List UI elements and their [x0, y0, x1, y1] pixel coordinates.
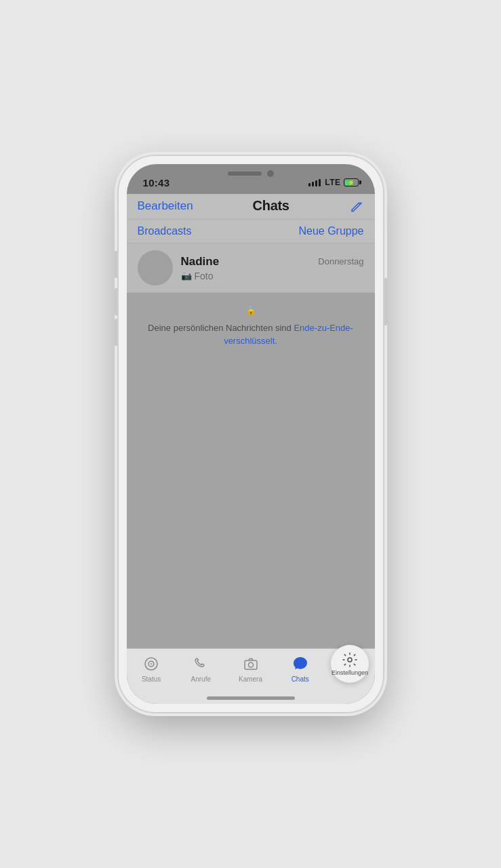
encryption-text: Deine persönlichen Nachrichten sind Ende…	[147, 321, 355, 348]
chat-name: Nadine	[181, 255, 220, 269]
tab-status[interactable]: Status	[127, 654, 176, 683]
tab-chats-label: Chats	[292, 675, 309, 683]
tab-anrufe-label: Anrufe	[191, 675, 211, 683]
speaker	[228, 172, 262, 176]
svg-point-2	[151, 663, 152, 665]
svg-rect-3	[245, 660, 257, 669]
compose-button[interactable]	[349, 199, 364, 214]
chat-item-nadine[interactable]: Nadine Donnerstag 📷 Foto	[127, 243, 375, 293]
lte-label: LTE	[325, 178, 340, 187]
tab-kamera-label: Kamera	[239, 675, 262, 683]
camera-icon: 📷	[181, 271, 192, 281]
chat-preview-text: Foto	[195, 271, 214, 281]
settings-circle[interactable]: Einstellungen	[331, 645, 369, 683]
tab-einstellungen[interactable]: Einstellungen	[325, 654, 374, 692]
nav-bar: Bearbeiten Chats	[127, 194, 375, 220]
camera-tab-icon	[241, 654, 260, 673]
signal-icon	[308, 179, 321, 186]
camera	[267, 170, 274, 177]
phone-screen: 10:43 LTE ⚡ Bearbeiten Chats	[127, 164, 375, 704]
chat-info: Nadine Donnerstag 📷 Foto	[181, 255, 364, 281]
tab-einstellungen-label: Einstellungen	[332, 669, 368, 676]
notch	[200, 164, 302, 183]
phone-icon	[191, 654, 210, 673]
chat-time: Donnerstag	[318, 256, 363, 267]
neue-gruppe-button[interactable]: Neue Gruppe	[298, 225, 363, 237]
status-icon	[142, 654, 161, 673]
page-title: Chats	[253, 198, 289, 214]
encryption-notice: 🔒 Deine persönlichen Nachrichten sind En…	[127, 293, 375, 359]
broadcasts-bar: Broadcasts Neue Gruppe	[127, 220, 375, 243]
avatar	[138, 250, 173, 285]
tab-status-label: Status	[142, 675, 161, 683]
svg-point-4	[248, 663, 253, 667]
status-icons: LTE ⚡	[308, 178, 358, 187]
chat-preview: 📷 Foto	[181, 271, 364, 281]
phone-device: 10:43 LTE ⚡ Bearbeiten Chats	[119, 156, 383, 712]
chat-list: Nadine Donnerstag 📷 Foto 🔒 Deine persönl…	[127, 243, 375, 648]
lock-icon: 🔒	[245, 304, 256, 317]
chats-icon	[291, 654, 310, 673]
battery-icon: ⚡	[344, 178, 359, 186]
tab-chats[interactable]: Chats	[275, 654, 325, 683]
status-time: 10:43	[143, 177, 170, 189]
tab-bar: Status Anrufe	[127, 648, 375, 704]
tab-anrufe[interactable]: Anrufe	[176, 654, 226, 683]
svg-point-5	[348, 658, 352, 662]
edit-button[interactable]: Bearbeiten	[138, 199, 193, 213]
broadcasts-button[interactable]: Broadcasts	[138, 225, 192, 237]
home-indicator	[207, 696, 295, 700]
tab-kamera[interactable]: Kamera	[226, 654, 275, 683]
